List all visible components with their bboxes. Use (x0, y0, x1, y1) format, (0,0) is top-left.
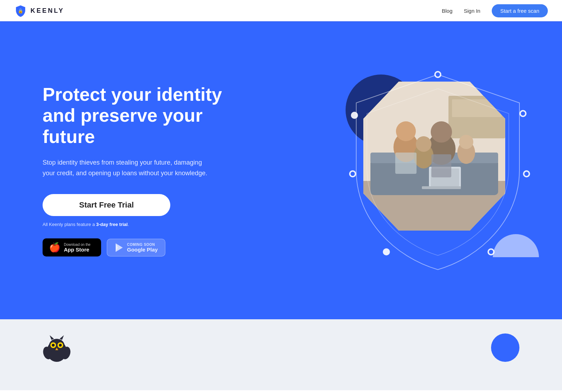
blue-circle-icon (491, 333, 519, 362)
svg-point-39 (52, 344, 55, 347)
app-store-small-label: Download on the (64, 243, 90, 247)
free-scan-button[interactable]: Start a free scan (492, 4, 548, 17)
svg-point-40 (59, 344, 62, 347)
svg-marker-45 (60, 335, 64, 340)
app-store-text: Download on the App Store (64, 243, 90, 253)
google-play-text: COMING SOON Google Play (127, 243, 158, 253)
brand-name: KEENLY (31, 7, 64, 15)
store-buttons: 🍎 Download on the App Store COMING SOON … (43, 238, 241, 256)
google-play-big-label: Google Play (127, 247, 158, 253)
hero-subtitle: Stop identity thieves from stealing your… (43, 158, 213, 178)
svg-point-30 (489, 250, 493, 254)
svg-point-34 (351, 112, 358, 119)
trial-note-highlight: 3-day free trial (96, 222, 128, 227)
svg-point-33 (351, 172, 355, 176)
trial-note-prefix: All Keenly plans feature a (43, 222, 96, 227)
trial-note-suffix: . (128, 222, 129, 227)
svg-point-26 (521, 111, 525, 116)
owl-icon (43, 333, 71, 362)
footer-icon-left (43, 333, 71, 362)
trial-note: All Keenly plans feature a 3-day free tr… (43, 222, 241, 227)
hero-content: Protect your identity and preserve your … (43, 84, 241, 257)
svg-point-24 (436, 72, 440, 77)
app-store-button[interactable]: 🍎 Download on the App Store (43, 238, 101, 256)
signin-link[interactable]: Sign In (464, 8, 480, 14)
logo-link[interactable]: 🔒 KEENLY (14, 4, 64, 17)
svg-marker-44 (50, 335, 54, 340)
footer-icons-area (43, 326, 519, 362)
svg-point-28 (524, 172, 529, 176)
hero-section: Protect your identity and preserve your … (0, 21, 562, 319)
blog-link[interactable]: Blog (442, 8, 452, 14)
footer-icon-right (491, 333, 519, 362)
svg-point-31 (383, 248, 390, 255)
svg-text:🔒: 🔒 (18, 8, 23, 14)
logo-icon: 🔒 (14, 4, 27, 17)
start-trial-button[interactable]: Start Free Trial (43, 194, 170, 216)
apple-icon: 🍎 (49, 242, 60, 253)
navbar-right: Blog Sign In Start a free scan (442, 4, 548, 17)
google-play-button[interactable]: COMING SOON Google Play (107, 239, 165, 256)
google-play-small-label: COMING SOON (127, 243, 158, 247)
hero-title: Protect your identity and preserve your … (43, 84, 241, 148)
app-store-big-label: App Store (64, 247, 90, 253)
google-play-icon (114, 243, 123, 253)
navbar: 🔒 KEENLY Blog Sign In Start a free scan (0, 0, 562, 21)
hero-illustration (335, 64, 541, 277)
footer-strip (0, 319, 562, 390)
